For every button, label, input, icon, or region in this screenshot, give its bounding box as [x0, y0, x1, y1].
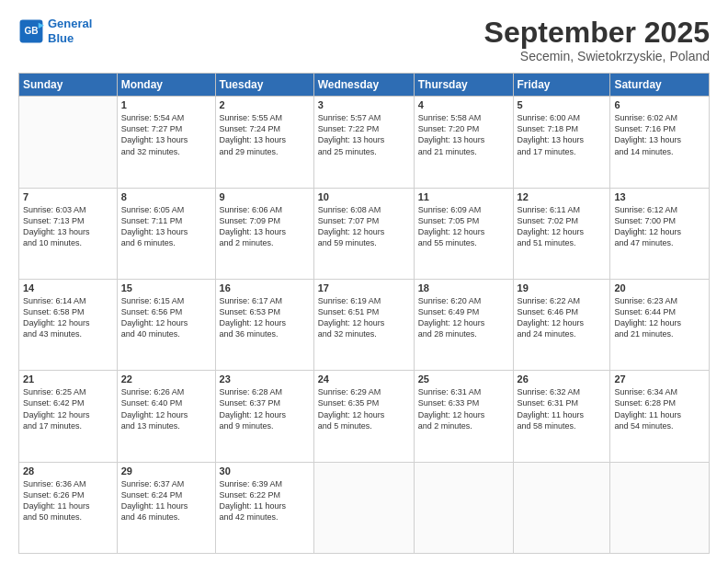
calendar-cell: 9Sunrise: 6:06 AMSunset: 7:09 PMDaylight…: [215, 188, 313, 279]
day-number: 26: [518, 373, 607, 385]
day-info-line: Daylight: 12 hours: [220, 318, 287, 327]
day-info-line: Daylight: 12 hours: [418, 227, 485, 236]
day-info-line: Sunrise: 6:23 AM: [614, 296, 677, 305]
day-info: Sunrise: 6:08 AMSunset: 7:07 PMDaylight:…: [318, 204, 410, 249]
day-info-line: Sunrise: 6:29 AM: [318, 387, 381, 396]
day-info-line: Sunrise: 6:17 AM: [220, 296, 283, 305]
calendar-cell: 7Sunrise: 6:03 AMSunset: 7:13 PMDaylight…: [19, 188, 118, 279]
day-number: 3: [318, 99, 410, 110]
day-info-line: Sunrise: 6:09 AM: [418, 205, 482, 214]
calendar-cell: 24Sunrise: 6:29 AMSunset: 6:35 PMDayligh…: [313, 371, 414, 462]
calendar-cell: 29Sunrise: 6:37 AMSunset: 6:24 PMDayligh…: [117, 462, 215, 553]
day-number: 12: [518, 191, 607, 202]
day-number: 25: [418, 373, 509, 385]
day-info-line: and 28 minutes.: [418, 329, 477, 339]
day-info-line: Sunset: 7:13 PM: [23, 216, 85, 225]
day-info-line: Sunrise: 6:14 AM: [23, 296, 86, 305]
day-info-line: Sunset: 6:33 PM: [418, 398, 480, 408]
day-info-line: and 32 minutes.: [121, 147, 180, 156]
day-info-line: Sunset: 6:46 PM: [518, 307, 579, 316]
day-info-line: Daylight: 12 hours: [614, 318, 681, 327]
day-number: 17: [318, 282, 410, 293]
day-info-line: and 17 minutes.: [23, 421, 82, 431]
calendar-cell: 28Sunrise: 6:36 AMSunset: 6:26 PMDayligh…: [19, 462, 118, 553]
day-info-line: Daylight: 12 hours: [23, 318, 90, 327]
day-info-line: Sunset: 6:51 PM: [318, 307, 380, 316]
day-info-line: and 51 minutes.: [518, 238, 576, 247]
day-number: 29: [121, 465, 211, 477]
day-info-line: Sunrise: 6:28 AM: [220, 387, 283, 396]
calendar: SundayMondayTuesdayWednesdayThursdayFrid…: [18, 73, 710, 554]
weekday-header: Wednesday: [313, 74, 414, 97]
day-info-line: Sunset: 6:28 PM: [614, 398, 676, 408]
day-info-line: Daylight: 12 hours: [518, 318, 585, 327]
calendar-cell: [513, 462, 610, 553]
day-info-line: Sunrise: 5:58 AM: [418, 113, 482, 122]
day-info-line: Sunset: 7:24 PM: [220, 124, 281, 133]
day-info-line: Daylight: 13 hours: [121, 135, 188, 144]
day-info-line: and 21 minutes.: [614, 329, 673, 339]
day-info: Sunrise: 6:12 AMSunset: 7:00 PMDaylight:…: [614, 204, 705, 249]
day-info-line: Sunrise: 6:37 AM: [121, 479, 185, 488]
day-info-line: and 50 minutes.: [23, 512, 82, 522]
day-number: 22: [121, 373, 211, 385]
day-info-line: Daylight: 12 hours: [614, 227, 681, 236]
calendar-cell: 17Sunrise: 6:19 AMSunset: 6:51 PMDayligh…: [313, 279, 414, 370]
day-info-line: Sunrise: 6:25 AM: [23, 387, 86, 396]
day-info: Sunrise: 6:25 AMSunset: 6:42 PMDaylight:…: [23, 386, 113, 431]
page: GB General Blue September 2025 Secemin, …: [0, 0, 728, 563]
day-info-line: and 40 minutes.: [121, 329, 180, 339]
day-info: Sunrise: 5:55 AMSunset: 7:24 PMDaylight:…: [220, 112, 310, 157]
day-info-line: Daylight: 13 hours: [418, 135, 485, 144]
day-info: Sunrise: 6:14 AMSunset: 6:58 PMDaylight:…: [23, 295, 113, 340]
day-number: 19: [518, 282, 607, 293]
calendar-cell: 21Sunrise: 6:25 AMSunset: 6:42 PMDayligh…: [19, 371, 118, 462]
day-info: Sunrise: 6:34 AMSunset: 6:28 PMDaylight:…: [614, 386, 705, 431]
day-info-line: Sunset: 6:37 PM: [220, 398, 281, 408]
day-number: 13: [614, 191, 705, 202]
day-info-line: Sunset: 6:58 PM: [23, 307, 85, 316]
day-number: 6: [614, 99, 705, 110]
logo: GB General Blue: [18, 17, 92, 45]
day-info-line: and 36 minutes.: [220, 329, 279, 339]
calendar-cell: 14Sunrise: 6:14 AMSunset: 6:58 PMDayligh…: [19, 279, 118, 370]
day-info-line: and 46 minutes.: [121, 512, 180, 522]
calendar-cell: 11Sunrise: 6:09 AMSunset: 7:05 PMDayligh…: [414, 188, 513, 279]
day-info: Sunrise: 6:31 AMSunset: 6:33 PMDaylight:…: [418, 386, 509, 431]
day-info-line: Sunset: 6:24 PM: [121, 490, 183, 500]
day-number: 15: [121, 282, 211, 293]
day-info-line: Sunset: 7:09 PM: [220, 216, 281, 225]
day-info: Sunrise: 6:19 AMSunset: 6:51 PMDaylight:…: [318, 295, 410, 340]
day-number: 4: [418, 99, 509, 110]
day-info-line: Sunset: 7:18 PM: [518, 124, 579, 133]
day-info-line: and 25 minutes.: [318, 147, 377, 156]
day-info-line: Sunrise: 6:22 AM: [518, 296, 581, 305]
day-info-line: Sunrise: 6:26 AM: [121, 387, 185, 396]
day-info-line: Sunset: 7:07 PM: [318, 216, 380, 225]
day-number: 5: [518, 99, 607, 110]
day-number: 18: [418, 282, 509, 293]
day-info-line: Daylight: 13 hours: [121, 227, 188, 236]
day-number: 16: [220, 282, 310, 293]
calendar-cell: 25Sunrise: 6:31 AMSunset: 6:33 PMDayligh…: [414, 371, 513, 462]
calendar-cell: 27Sunrise: 6:34 AMSunset: 6:28 PMDayligh…: [610, 371, 710, 462]
day-info-line: Sunset: 7:00 PM: [614, 216, 676, 225]
day-info-line: Sunrise: 6:34 AM: [614, 387, 677, 396]
weekday-header: Friday: [513, 74, 610, 97]
calendar-cell: 5Sunrise: 6:00 AMSunset: 7:18 PMDaylight…: [513, 97, 610, 188]
day-info-line: and 24 minutes.: [518, 329, 576, 339]
calendar-cell: 2Sunrise: 5:55 AMSunset: 7:24 PMDaylight…: [215, 97, 313, 188]
day-info-line: Daylight: 12 hours: [121, 410, 188, 419]
day-info-line: and 42 minutes.: [220, 512, 279, 522]
weekday-header: Monday: [117, 74, 215, 97]
day-number: 8: [121, 191, 211, 202]
day-info-line: Sunrise: 6:08 AM: [318, 205, 381, 214]
day-number: 24: [318, 373, 410, 385]
day-info-line: and 13 minutes.: [121, 421, 180, 431]
day-info-line: Sunrise: 6:20 AM: [418, 296, 482, 305]
day-info-line: Sunrise: 6:36 AM: [23, 479, 86, 488]
day-info: Sunrise: 6:17 AMSunset: 6:53 PMDaylight:…: [220, 295, 310, 340]
logo-icon: GB: [18, 18, 44, 44]
weekday-header: Tuesday: [215, 74, 313, 97]
day-info: Sunrise: 6:00 AMSunset: 7:18 PMDaylight:…: [518, 112, 607, 157]
